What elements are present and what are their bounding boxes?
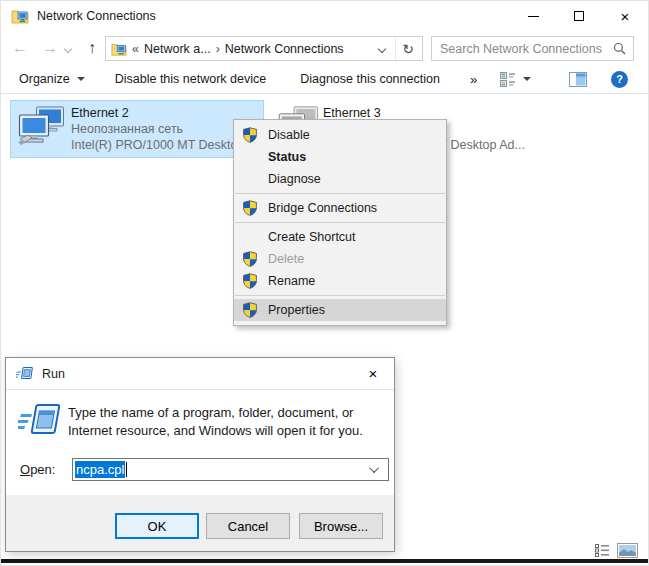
details-view-icon: [500, 72, 516, 87]
close-icon: ×: [369, 365, 378, 382]
minimize-button[interactable]: [510, 1, 556, 31]
back-button[interactable]: ←: [7, 31, 33, 65]
browse-button[interactable]: Browse...: [299, 513, 383, 539]
organize-dropdown-icon: [77, 77, 85, 81]
run-description: Type the name of a program, folder, docu…: [68, 404, 384, 439]
menu-separator: [235, 222, 445, 223]
search-icon[interactable]: [613, 42, 626, 55]
run-input-value: ncpa.cpl: [75, 461, 125, 478]
ok-button[interactable]: OK: [115, 513, 199, 539]
uac-shield-icon: [242, 127, 258, 143]
help-button[interactable]: ?: [605, 71, 634, 88]
window-title: Network Connections: [37, 9, 156, 23]
address-dropdown-chevron-icon[interactable]: [378, 44, 386, 52]
up-button[interactable]: ↑: [79, 31, 105, 65]
run-icon: [16, 366, 33, 381]
open-label: Open:: [20, 462, 55, 477]
maximize-icon: [574, 11, 584, 21]
menu-item-properties[interactable]: Properties: [234, 299, 446, 321]
more-commands-button[interactable]: »: [462, 65, 485, 93]
back-icon: ←: [12, 39, 28, 57]
uac-shield-icon: [242, 302, 258, 318]
combo-dropdown-chevron-icon[interactable]: [369, 463, 379, 473]
run-title: Run: [42, 367, 65, 381]
connection-name: Ethernet 2: [71, 106, 129, 120]
disable-device-button[interactable]: Disable this network device: [107, 65, 274, 93]
connection-ethernet-2[interactable]: Ethernet 2 Неопознанная сеть Intel(R) PR…: [11, 101, 263, 157]
run-body: Type the name of a program, folder, docu…: [6, 390, 394, 497]
breadcrumb-parent[interactable]: Network a...: [144, 42, 211, 56]
context-menu: Disable Status Diagnose Bridge Connectio…: [233, 119, 447, 326]
menu-item-status[interactable]: Status: [234, 146, 446, 168]
maximize-button[interactable]: [556, 1, 602, 31]
recent-pages-chevron-icon[interactable]: [64, 45, 72, 53]
menu-item-bridge-connections[interactable]: Bridge Connections: [234, 197, 446, 219]
help-icon: ?: [611, 71, 628, 88]
close-button[interactable]: ×: [602, 1, 648, 31]
run-open-row: Open: ncpa.cpl: [6, 456, 394, 486]
view-dropdown-icon: [523, 77, 531, 81]
forward-icon: →: [42, 39, 58, 57]
ethernet-enabled-icon: [16, 106, 66, 152]
run-titlebar: Run ×: [6, 358, 394, 390]
breadcrumb-separator-icon: ›: [211, 42, 225, 56]
menu-separator: [235, 193, 445, 194]
preview-pane-button[interactable]: [563, 72, 593, 87]
address-bar[interactable]: « Network a... › Network Connections ↻: [105, 36, 423, 61]
uac-shield-icon: [242, 273, 258, 289]
network-connections-icon: [11, 7, 29, 25]
navigation-bar: ← → ↑ « Network a... › Network Connectio…: [1, 31, 648, 65]
breadcrumb-overflow-icon[interactable]: «: [127, 42, 144, 56]
menu-item-create-shortcut[interactable]: Create Shortcut: [234, 226, 446, 248]
desktop-screen: Network Connections × ← → ↑ « Network a.…: [0, 0, 649, 566]
menu-item-disable[interactable]: Disable: [234, 124, 446, 146]
search-input[interactable]: [432, 42, 613, 56]
close-icon: ×: [621, 9, 630, 24]
minimize-icon: [528, 16, 539, 17]
connection-name: Ethernet 3: [323, 106, 381, 120]
taskbar-edge: [1, 559, 648, 563]
command-toolbar: Organize Disable this network device Dia…: [1, 65, 648, 94]
uac-shield-icon: [242, 251, 258, 267]
text-caret: [126, 462, 127, 477]
cancel-button[interactable]: Cancel: [206, 513, 290, 539]
connection-device: Intel(R) PRO/1000 MT Desktop: [71, 138, 244, 152]
diagnose-connection-button[interactable]: Diagnose this connection: [292, 65, 448, 93]
preview-pane-icon: [569, 72, 587, 87]
uac-shield-icon: [242, 200, 258, 216]
menu-separator: [235, 295, 445, 296]
breadcrumb-folder-icon: [111, 41, 127, 57]
run-open-input[interactable]: ncpa.cpl: [72, 458, 389, 481]
connection-status: Неопознанная сеть: [71, 122, 183, 136]
forward-button[interactable]: →: [37, 31, 63, 65]
menu-item-rename[interactable]: Rename: [234, 270, 446, 292]
breadcrumb-current[interactable]: Network Connections: [225, 42, 344, 56]
organize-button[interactable]: Organize: [11, 65, 93, 93]
details-view-toggle-icon[interactable]: [595, 544, 610, 557]
change-view-button[interactable]: [494, 72, 537, 87]
explorer-titlebar: Network Connections ×: [1, 1, 648, 31]
refresh-button[interactable]: ↻: [395, 37, 422, 60]
menu-item-delete: Delete: [234, 248, 446, 270]
large-icons-view-toggle-icon[interactable]: [617, 543, 638, 558]
run-icon-large: [18, 402, 60, 438]
up-icon: ↑: [88, 39, 96, 57]
run-close-button[interactable]: ×: [352, 358, 394, 390]
search-box: [431, 36, 634, 61]
statusbar-view-toggles: [588, 543, 638, 558]
menu-item-diagnose[interactable]: Diagnose: [234, 168, 446, 190]
run-dialog: Run × Type the name of a program, folder…: [5, 357, 395, 552]
run-footer: OK Cancel Browse...: [6, 495, 394, 551]
